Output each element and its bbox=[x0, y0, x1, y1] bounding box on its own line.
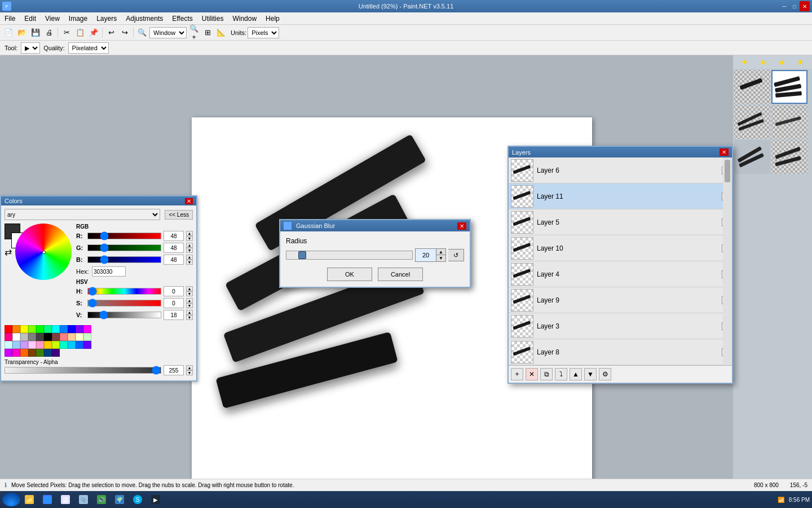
hex-input[interactable] bbox=[92, 266, 126, 277]
palette-cell[interactable] bbox=[76, 333, 83, 341]
palette-cell[interactable] bbox=[20, 333, 28, 341]
layers-close-button[interactable]: ✕ bbox=[720, 148, 729, 156]
palette-cell[interactable] bbox=[52, 333, 60, 341]
palette-cell[interactable] bbox=[44, 341, 52, 349]
s-input[interactable] bbox=[164, 298, 184, 308]
move-layer-up-button[interactable]: ▲ bbox=[570, 368, 582, 380]
scroll-handle[interactable] bbox=[725, 160, 730, 182]
duplicate-layer-button[interactable]: ⧉ bbox=[540, 368, 553, 380]
layers-panel-title[interactable]: Layers ✕ bbox=[509, 147, 732, 157]
palette-cell[interactable] bbox=[76, 341, 83, 349]
g-input[interactable] bbox=[164, 243, 184, 253]
r-spin-up[interactable]: ▲ bbox=[186, 231, 193, 236]
g-slider[interactable] bbox=[87, 244, 161, 251]
print-button[interactable]: 🖨 bbox=[43, 27, 55, 39]
less-button[interactable]: << Less bbox=[165, 210, 193, 220]
palette-cell[interactable] bbox=[68, 341, 76, 349]
palette-cell[interactable] bbox=[12, 333, 20, 341]
palette-cell[interactable] bbox=[28, 333, 36, 341]
move-layer-down-button[interactable]: ▼ bbox=[584, 368, 597, 380]
thumb-item-6[interactable] bbox=[771, 140, 807, 174]
s-spin-down[interactable]: ▼ bbox=[186, 303, 193, 308]
minimize-button[interactable]: ─ bbox=[779, 1, 789, 11]
blur-radius-input[interactable] bbox=[416, 249, 436, 261]
palette-cell[interactable] bbox=[44, 333, 52, 341]
taskbar-item-paint[interactable]: 🖼 bbox=[56, 493, 74, 506]
palette-cell[interactable] bbox=[28, 341, 36, 349]
palette-cell[interactable] bbox=[52, 349, 60, 357]
merge-layer-button[interactable]: ⤵ bbox=[555, 368, 567, 380]
menu-utilities[interactable]: Utilities bbox=[197, 12, 228, 24]
thumb-item-1[interactable] bbox=[734, 70, 770, 104]
zoom-button[interactable]: 🔍 bbox=[136, 27, 148, 39]
taskbar-item-skype[interactable]: S bbox=[129, 493, 147, 506]
taskbar-item-media[interactable]: 🔊 bbox=[92, 493, 111, 506]
layer-row[interactable]: Layer 10 bbox=[509, 235, 732, 261]
blur-ok-button[interactable]: OK bbox=[327, 268, 372, 281]
palette-cell[interactable] bbox=[12, 341, 20, 349]
menu-help[interactable]: Help bbox=[261, 12, 284, 24]
palette-cell[interactable] bbox=[76, 325, 83, 333]
menu-edit[interactable]: Edit bbox=[20, 12, 41, 24]
h-input[interactable] bbox=[164, 286, 184, 296]
taskbar-item-chrome[interactable]: 🌐 bbox=[38, 493, 56, 506]
thumb-item-4[interactable] bbox=[771, 105, 807, 139]
layer-row[interactable]: Layer 8 bbox=[509, 339, 732, 365]
add-layer-button[interactable]: + bbox=[511, 368, 523, 380]
palette-cell[interactable] bbox=[28, 325, 36, 333]
close-button[interactable]: ✕ bbox=[800, 1, 810, 11]
s-slider[interactable] bbox=[87, 300, 161, 306]
palette-cell[interactable] bbox=[5, 325, 12, 333]
v-spin-down[interactable]: ▼ bbox=[186, 315, 193, 320]
h-spin-up[interactable]: ▲ bbox=[186, 286, 193, 291]
blur-close-button[interactable]: ✕ bbox=[457, 222, 466, 230]
palette-cell[interactable] bbox=[60, 325, 68, 333]
quality-select[interactable]: Pixelated bbox=[68, 42, 109, 54]
redo-button[interactable]: ↪ bbox=[118, 27, 131, 39]
v-input[interactable] bbox=[164, 310, 184, 320]
layer-row[interactable]: Layer 9 bbox=[509, 287, 732, 313]
r-slider[interactable] bbox=[87, 233, 161, 239]
units-select[interactable]: Pixels bbox=[248, 27, 279, 38]
menu-effects[interactable]: Effects bbox=[167, 12, 197, 24]
paste-button[interactable]: 📌 bbox=[87, 27, 100, 39]
palette-cell[interactable] bbox=[83, 325, 91, 333]
blur-dialog-title[interactable]: Gaussian Blur ✕ bbox=[280, 220, 470, 231]
cut-button[interactable]: ✂ bbox=[60, 27, 73, 39]
blur-extra-button[interactable]: ↺ bbox=[448, 249, 464, 261]
palette-cell[interactable] bbox=[12, 325, 20, 333]
h-spin-down[interactable]: ▼ bbox=[186, 291, 193, 296]
v-slider[interactable] bbox=[87, 312, 161, 318]
layer-row[interactable]: Layer 3 bbox=[509, 313, 732, 339]
palette-cell[interactable] bbox=[20, 325, 28, 333]
r-spin-down[interactable]: ▼ bbox=[186, 236, 193, 241]
palette-cell[interactable] bbox=[36, 349, 44, 357]
taskbar-item-folder[interactable]: 📁 bbox=[20, 493, 38, 506]
r-input[interactable] bbox=[164, 231, 184, 241]
palette-cell[interactable] bbox=[5, 333, 12, 341]
thumb-item-2[interactable] bbox=[771, 70, 807, 104]
palette-cell[interactable] bbox=[5, 349, 12, 357]
layer-properties-button[interactable]: ⚙ bbox=[599, 368, 611, 380]
palette-cell[interactable] bbox=[36, 333, 44, 341]
palette-cell[interactable] bbox=[36, 341, 44, 349]
grid-button[interactable]: ⊞ bbox=[201, 27, 214, 39]
menu-adjustments[interactable]: Adjustments bbox=[121, 12, 167, 24]
g-spin-up[interactable]: ▲ bbox=[186, 243, 193, 248]
layer-row[interactable]: Layer 4 bbox=[509, 261, 732, 287]
h-slider[interactable] bbox=[87, 288, 161, 295]
window-select[interactable]: Window bbox=[149, 27, 187, 38]
alpha-spin-up[interactable]: ▲ bbox=[186, 365, 193, 370]
alpha-input[interactable] bbox=[164, 365, 184, 375]
v-spin-up[interactable]: ▲ bbox=[186, 310, 193, 315]
palette-cell[interactable] bbox=[83, 341, 91, 349]
copy-button[interactable]: 📋 bbox=[74, 27, 86, 39]
menu-window[interactable]: Window bbox=[228, 12, 261, 24]
palette-cell[interactable] bbox=[68, 325, 76, 333]
layer-row[interactable]: Layer 5 bbox=[509, 209, 732, 235]
ruler-button[interactable]: 📐 bbox=[215, 27, 227, 39]
blur-radius-slider[interactable] bbox=[286, 251, 413, 260]
s-spin-up[interactable]: ▲ bbox=[186, 298, 193, 303]
palette-cell[interactable] bbox=[28, 349, 36, 357]
g-spin-down[interactable]: ▼ bbox=[186, 248, 193, 253]
